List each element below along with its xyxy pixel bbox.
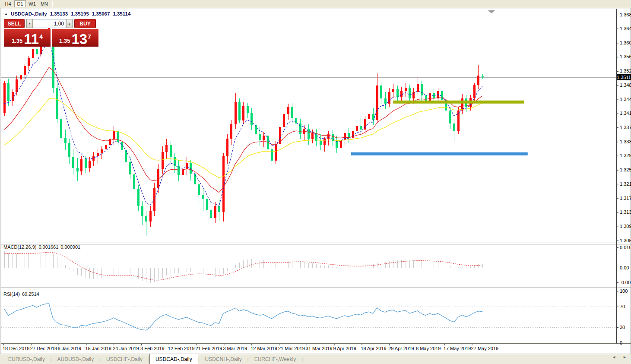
support-line-blue[interactable]: [351, 152, 528, 155]
mt4-terminal: H4D1W1MN 1.368601.364701.360701.356801.3…: [0, 0, 631, 364]
rsi-name: RSI(14): [3, 291, 20, 297]
ask-price-main: 13: [71, 33, 87, 46]
collapse-icon[interactable]: ▲: [4, 12, 8, 16]
ask-price-pip: 7: [88, 33, 91, 40]
chart-title: ▲ USDCAD-,Daily 1.35133 1.35195 1.35067 …: [4, 11, 133, 16]
volume-increment-button[interactable]: ▲: [66, 19, 73, 28]
tab-scrollers: ◄ ►: [612, 355, 627, 359]
chart-canvas[interactable]: [0, 8, 631, 364]
timeframe-button-w1[interactable]: W1: [26, 0, 38, 7]
volume-input[interactable]: [33, 19, 66, 28]
symbol-period-label: USDCAD-,Daily: [11, 11, 47, 16]
timeframe-button-h4[interactable]: H4: [2, 0, 14, 7]
macd-signal-value: 0.000901: [60, 244, 80, 250]
bid-price-prefix: 1.35: [12, 38, 22, 44]
macd-indicator-label: MACD(12,26,9)0.0016610.000901: [3, 244, 82, 250]
sell-button[interactable]: SELL: [4, 19, 25, 28]
ohlc-open: 1.35133: [50, 11, 68, 16]
one-click-trading-panel: SELL ▼ ▲ BUY 1.35 11 4 1.35 13 7: [4, 19, 98, 47]
volume-decrement-button[interactable]: ▼: [26, 19, 33, 28]
ask-quote-button[interactable]: 1.35 13 7: [52, 29, 98, 47]
chart-shift-marker: [488, 10, 495, 13]
timeframe-button-d1[interactable]: D1: [14, 0, 26, 7]
ohlc-high: 1.35195: [71, 11, 89, 16]
resistance-line-olive[interactable]: [393, 101, 524, 104]
toolbar-separator: [52, 1, 53, 7]
rsi-value: 60.2514: [22, 291, 39, 297]
current-price-tag: 1.35114: [617, 74, 631, 80]
tab-scroll-right-icon[interactable]: ►: [623, 355, 627, 359]
bid-price-main: 11: [24, 33, 39, 46]
ask-price-prefix: 1.35: [59, 38, 70, 44]
ohlc-close: 1.35114: [113, 11, 130, 16]
ohlc-low: 1.35067: [92, 11, 110, 16]
chart-window: [0, 8, 631, 354]
macd-name: MACD(12,26,9): [3, 244, 36, 250]
bid-quote-button[interactable]: 1.35 11 4: [4, 29, 51, 47]
buy-button[interactable]: BUY: [74, 19, 96, 28]
timeframe-toolbar: H4D1W1MN: [0, 0, 631, 8]
macd-main-value: 0.001661: [38, 244, 58, 250]
bid-price-pip: 4: [39, 33, 43, 40]
tab-scroll-left-icon[interactable]: ◄: [612, 355, 616, 359]
timeframe-button-mn[interactable]: MN: [38, 0, 50, 7]
rsi-indicator-label: RSI(14)60.2514: [3, 291, 41, 297]
